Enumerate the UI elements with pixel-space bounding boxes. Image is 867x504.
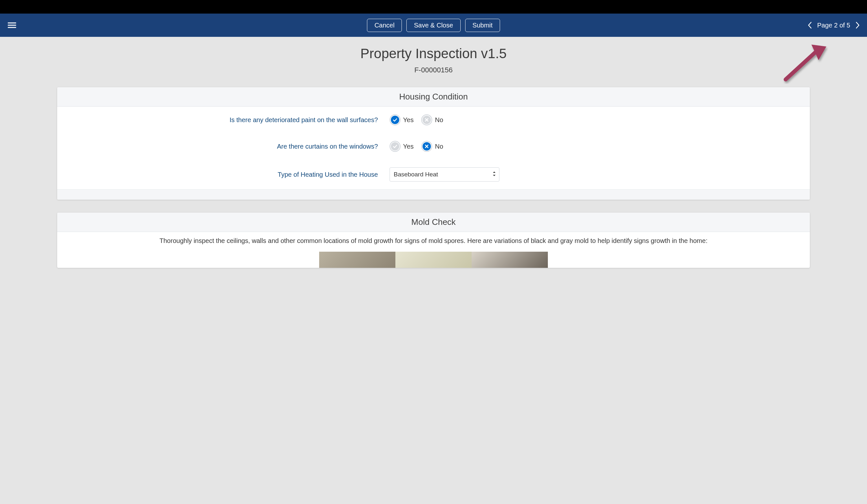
record-id: F-00000156	[415, 66, 453, 74]
mold-example-image	[395, 252, 472, 268]
question-curtains-no-label: No	[435, 143, 443, 150]
mold-section-title: Mold Check	[57, 213, 810, 232]
question-curtains-row: Are there curtains on the windows? Yes	[57, 133, 810, 160]
submit-button[interactable]: Submit	[465, 19, 500, 32]
question-heating-row: Type of Heating Used in the House Basebo…	[57, 160, 810, 189]
question-curtains-yes-label: Yes	[403, 143, 414, 150]
question-paint-yes-label: Yes	[403, 116, 414, 124]
svg-line-0	[785, 52, 816, 79]
question-paint-no[interactable]: No	[421, 114, 443, 125]
question-paint-no-label: No	[435, 116, 443, 124]
question-curtains-label: Are there curtains on the windows?	[67, 143, 389, 150]
save-close-button[interactable]: Save & Close	[406, 19, 460, 32]
page-indicator-label: Page 2 of 5	[817, 22, 850, 29]
mold-description: Thoroughly inspect the ceilings, walls a…	[57, 232, 810, 248]
question-paint-row: Is there any deteriorated paint on the w…	[57, 107, 810, 133]
mold-example-image	[472, 252, 548, 268]
question-curtains-yes[interactable]: Yes	[389, 141, 414, 152]
mold-check-card: Mold Check Thoroughly inspect the ceilin…	[57, 213, 810, 268]
annotation-arrow-icon	[780, 42, 828, 84]
menu-button[interactable]	[5, 19, 19, 32]
mold-image-row	[57, 248, 810, 268]
cancel-button[interactable]: Cancel	[367, 19, 402, 32]
main-content: Property Inspection v1.5 F-00000156 Hous…	[0, 37, 867, 268]
mold-example-image	[319, 252, 395, 268]
header-actions: Cancel Save & Close Submit	[367, 19, 500, 32]
app-header: Cancel Save & Close Submit Page 2 of 5	[0, 13, 867, 37]
question-heating-label: Type of Heating Used in the House	[67, 171, 389, 178]
question-paint-yes[interactable]: Yes	[389, 114, 414, 125]
housing-section-title: Housing Condition	[57, 87, 810, 107]
heating-select[interactable]: Baseboard Heat	[389, 167, 500, 182]
prev-page-button[interactable]	[806, 20, 814, 31]
question-curtains-no[interactable]: No	[421, 141, 443, 152]
question-paint-label: Is there any deteriorated paint on the w…	[67, 116, 389, 124]
svg-marker-1	[812, 45, 826, 60]
page-title: Property Inspection v1.5	[361, 46, 507, 61]
device-status-bar	[0, 0, 867, 13]
heating-select-value: Baseboard Heat	[394, 171, 438, 178]
housing-condition-card: Housing Condition Is there any deteriora…	[57, 87, 810, 200]
page-navigator: Page 2 of 5	[806, 20, 862, 31]
next-page-button[interactable]	[854, 20, 862, 31]
card-footer	[57, 189, 810, 200]
